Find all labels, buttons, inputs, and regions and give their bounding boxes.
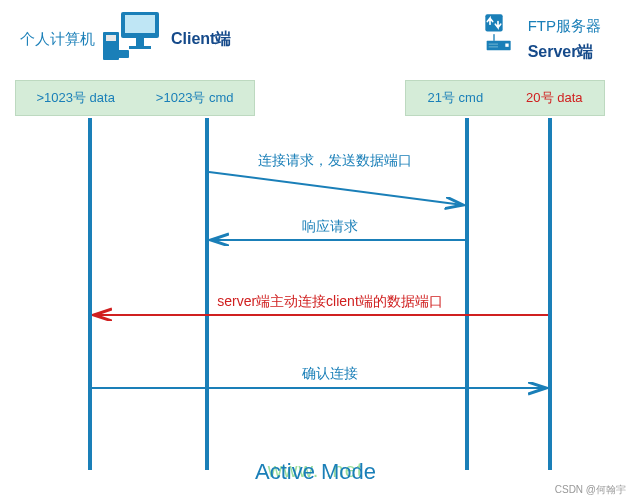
msg-server-connect: server端主动连接client端的数据端口 (170, 293, 490, 311)
svg-rect-13 (505, 44, 508, 47)
client-port-cmd: >1023号 cmd (156, 89, 234, 107)
msg-confirm: 确认连接 (280, 365, 380, 383)
server-icon (480, 10, 520, 69)
lifeline-client-data (88, 118, 92, 470)
server-label-cn: FTP服务器 (528, 17, 601, 36)
client-label-cn: 个人计算机 (20, 30, 95, 49)
svg-rect-12 (488, 46, 497, 47)
diagram-title: Active Mode (0, 459, 631, 485)
svg-rect-2 (136, 38, 144, 46)
server-label-en: Server端 (528, 42, 601, 63)
server-ports-box: 21号 cmd 20号 data (405, 80, 605, 116)
client-label-en: Client端 (171, 29, 231, 50)
computer-icon (103, 10, 163, 69)
client-ports-box: >1023号 data >1023号 cmd (15, 80, 255, 116)
msg-connect-request: 连接请求，发送数据端口 (225, 152, 445, 170)
svg-rect-8 (485, 14, 502, 31)
msg-response: 响应请求 (280, 218, 380, 236)
svg-line-14 (209, 172, 463, 205)
arrows-layer (0, 0, 631, 500)
server-port-data: 20号 data (526, 89, 582, 107)
lifeline-server-data (548, 118, 552, 470)
svg-rect-7 (109, 50, 129, 58)
client-header: 个人计算机 Client端 (20, 10, 231, 69)
server-port-cmd: 21号 cmd (427, 89, 483, 107)
svg-rect-9 (493, 34, 494, 41)
client-port-data: >1023号 data (36, 89, 114, 107)
svg-rect-1 (125, 15, 155, 33)
svg-rect-5 (106, 35, 116, 41)
server-header: FTP服务器 Server端 (472, 10, 601, 69)
svg-rect-11 (488, 44, 497, 45)
watermark-author: CSDN @何翰宇 (555, 483, 626, 497)
svg-rect-3 (129, 46, 151, 49)
